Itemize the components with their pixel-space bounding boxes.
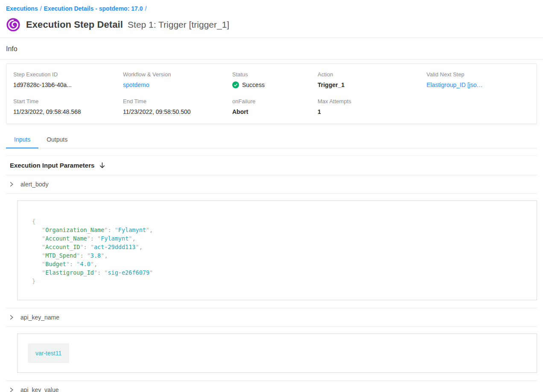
param-row-alert-body[interactable]: alert_body <box>6 175 537 194</box>
workflow-link[interactable]: spotdemo <box>123 81 232 88</box>
fylamynt-logo-icon <box>6 17 20 32</box>
field-value: Abort <box>232 108 318 115</box>
field-label: Step Execution ID <box>13 71 123 78</box>
param-row-api-key-value[interactable]: api_key_value <box>6 381 537 392</box>
tab-outputs[interactable]: Outputs <box>38 131 76 148</box>
breadcrumb-execution-details[interactable]: Execution Details - spotdemo: 17.0 <box>44 5 143 12</box>
field-label: Workflow & Version <box>123 71 232 78</box>
execution-input-parameters-header: Execution Input Parameters <box>6 156 537 175</box>
field-end-time: End Time 11/23/2022, 09:58:50.500 <box>123 98 232 115</box>
page-title: Execution Step Detail <box>26 19 123 30</box>
field-value: 11/23/2022, 09:58:48.568 <box>13 108 123 115</box>
param-name: api_key_name <box>20 314 59 321</box>
field-on-failure: onFailure Abort <box>232 98 318 115</box>
api-key-name-value: var-test11 <box>28 343 69 363</box>
field-label: Valid Next Step <box>426 71 530 78</box>
status-text: Success <box>242 81 265 88</box>
param-name: alert_body <box>20 181 48 188</box>
field-workflow-version: Workflow & Version spotdemo <box>123 71 232 88</box>
breadcrumb: Executions/Execution Details - spotdemo:… <box>6 5 537 12</box>
field-value: 1 <box>318 108 426 115</box>
field-max-attempts: Max Attempts 1 <box>318 98 426 115</box>
field-valid-next-step: Valid Next Step Elastigroup_ID [jso… <box>426 71 530 88</box>
field-action: Action Trigger_1 <box>318 71 426 88</box>
field-label: onFailure <box>232 98 318 105</box>
valid-next-step-link[interactable]: Elastigroup_ID [jso… <box>426 81 530 88</box>
field-value: 11/23/2022, 09:58:50.500 <box>123 108 232 115</box>
field-label: Status <box>232 71 318 78</box>
breadcrumb-executions[interactable]: Executions <box>6 5 38 12</box>
alert-body-content: {"Organization_Name": "Fylamynt","Accoun… <box>17 200 537 300</box>
tab-inputs[interactable]: Inputs <box>6 131 38 148</box>
info-section-title: Info <box>6 38 537 59</box>
page-header: Execution Step Detail Step 1: Trigger [t… <box>6 17 537 38</box>
divider <box>0 59 543 60</box>
chevron-right-icon <box>9 182 14 187</box>
page-subtitle: Step 1: Trigger [trigger_1] <box>128 20 229 30</box>
success-check-icon <box>232 81 239 88</box>
tab-bar: Inputs Outputs <box>6 131 537 148</box>
field-label: Action <box>318 71 426 78</box>
execution-step-detail-page: Executions/Execution Details - spotdemo:… <box>0 0 543 392</box>
field-status: Status Success <box>232 71 318 88</box>
param-row-api-key-name[interactable]: api_key_name <box>6 308 537 327</box>
json-code: {"Organization_Name": "Fylamynt","Accoun… <box>18 201 537 300</box>
field-step-execution-id: Step Execution ID 1d97828c-13b6-40a... <box>13 71 123 88</box>
breadcrumb-separator: / <box>145 5 146 12</box>
chevron-right-icon <box>9 387 14 392</box>
info-card: Step Execution ID 1d97828c-13b6-40a... W… <box>6 64 537 124</box>
info-grid: Step Execution ID 1d97828c-13b6-40a... W… <box>13 71 530 115</box>
field-label: End Time <box>123 98 232 105</box>
chevron-right-icon <box>9 315 14 320</box>
breadcrumb-separator: / <box>40 5 42 12</box>
field-label: Max Attempts <box>318 98 426 105</box>
field-start-time: Start Time 11/23/2022, 09:58:48.568 <box>13 98 123 115</box>
collapse-all-arrow-down-icon[interactable] <box>99 162 105 168</box>
field-value: 1d97828c-13b6-40a... <box>13 81 123 88</box>
param-name: api_key_value <box>20 386 59 392</box>
field-label: Start Time <box>13 98 123 105</box>
status-badge: Success <box>232 81 318 88</box>
field-value: Trigger_1 <box>318 81 426 88</box>
api-key-name-content: var-test11 <box>17 334 537 373</box>
execution-input-parameters-title: Execution Input Parameters <box>10 162 94 169</box>
